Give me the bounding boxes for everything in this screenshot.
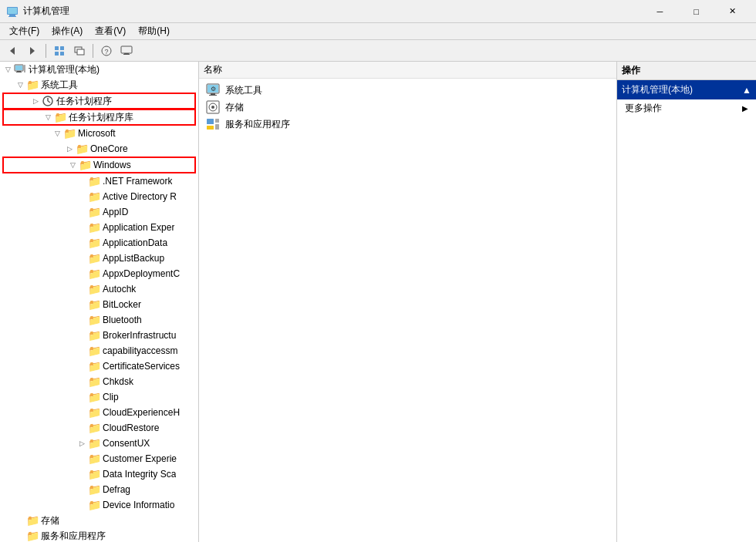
tree-node-windows-child-3[interactable]: 📁Application Exper: [0, 220, 198, 235]
tree-node-windows-child-13[interactable]: 📁Chkdsk: [0, 374, 198, 389]
svg-marker-4: [10, 47, 15, 55]
monitor-button[interactable]: [117, 42, 136, 59]
folder-icon-child-18: 📁: [88, 453, 100, 465]
storage-icon: [205, 99, 221, 115]
more-actions-item[interactable]: 更多操作 ▶: [617, 99, 756, 116]
up-button[interactable]: [50, 42, 69, 59]
tree-label-microsoft: Microsoft: [78, 128, 116, 139]
tree-label-onecore: OneCore: [90, 143, 128, 154]
right-panel: 操作 计算机管理(本地) ▲ 更多操作 ▶: [617, 62, 756, 542]
folder-icon-child-5: 📁: [88, 252, 100, 264]
tree-label-child-3: Application Exper: [103, 222, 174, 233]
tree-node-task-scheduler-lib[interactable]: ▽ 📁 任务计划程序库: [3, 109, 195, 125]
toolbar-sep-1: [46, 44, 46, 58]
folder-icon-child-15: 📁: [88, 406, 100, 419]
toggle-root[interactable]: ▽: [2, 63, 14, 76]
svg-rect-36: [215, 124, 219, 130]
tree-label-child-9: Bluetooth: [103, 315, 142, 325]
tree-node-windows-child-0[interactable]: 📁.NET Framework: [0, 173, 198, 189]
computer-icon: [14, 63, 26, 76]
spacer-child-6: [76, 268, 88, 280]
center-item-0[interactable]: ⚙系统工具: [202, 82, 613, 99]
svg-rect-11: [77, 49, 84, 55]
spacer-child-11: [76, 345, 88, 357]
tree-node-microsoft[interactable]: ▽ 📁 Microsoft: [0, 126, 198, 141]
tree-label-task-scheduler: 任务计划程序: [56, 95, 112, 108]
minimize-button[interactable]: ─: [643, 0, 677, 23]
maximize-button[interactable]: □: [679, 0, 714, 23]
tree-node-windows-child-19[interactable]: 📁Data Integrity Sca: [0, 466, 198, 482]
tree-label-child-1: Active Directory R: [103, 191, 177, 202]
tree-node-windows[interactable]: ▽ 📁 Windows: [3, 157, 195, 173]
svg-rect-15: [124, 53, 129, 54]
more-actions-arrow: ▶: [742, 104, 748, 113]
toggle-task-scheduler-lib[interactable]: ▽: [42, 111, 54, 123]
tree-label-storage: 存储: [41, 514, 59, 527]
tree-node-windows-child-7[interactable]: 📁Autochk: [0, 281, 198, 297]
tree-node-onecore[interactable]: ▷ 📁 OneCore: [0, 141, 198, 157]
tree-node-windows-child-6[interactable]: 📁AppxDeploymentC: [0, 266, 198, 281]
folder-icon-task-lib: 📁: [54, 111, 66, 123]
window-controls: ─ □ ✕: [643, 0, 750, 23]
tree-node-windows-child-16[interactable]: 📁CloudRestore: [0, 420, 198, 436]
tree-node-system-tools[interactable]: ▽ 📁 系统工具: [0, 77, 198, 93]
tree-node-windows-child-15[interactable]: 📁CloudExperienceH: [0, 405, 198, 420]
folder-icon-child-0: 📁: [88, 175, 100, 187]
tree-node-windows-child-10[interactable]: 📁BrokerInfrastructu: [0, 328, 198, 343]
tree-node-windows-child-1[interactable]: 📁Active Directory R: [0, 189, 198, 204]
tree-node-windows-child-9[interactable]: 📁Bluetooth: [0, 312, 198, 328]
center-item-1[interactable]: 存储: [202, 99, 613, 116]
tree-node-windows-child-2[interactable]: 📁AppID: [0, 204, 198, 220]
tree-node-windows-child-20[interactable]: 📁Defrag: [0, 482, 198, 497]
menu-bar: 文件(F) 操作(A) 查看(V) 帮助(H): [0, 23, 756, 40]
back-button[interactable]: [3, 42, 22, 59]
center-panel: 名称 ⚙系统工具存储服务和应用程序: [199, 62, 617, 542]
folder-icon-child-21: 📁: [88, 499, 100, 511]
tree-node-windows-child-4[interactable]: 📁ApplicationData: [0, 235, 198, 251]
toggle-child-17[interactable]: ▷: [76, 437, 88, 449]
toggle-windows[interactable]: ▽: [66, 159, 79, 171]
toggle-system-tools[interactable]: ▽: [14, 79, 26, 91]
tree-label-child-21: Device Informatio: [103, 500, 174, 510]
tree-node-task-scheduler[interactable]: ▷ 任务计划程序: [3, 93, 195, 109]
close-button[interactable]: ✕: [715, 0, 750, 23]
spacer-child-13: [76, 375, 88, 388]
center-item-2[interactable]: 服务和应用程序: [202, 116, 613, 133]
windows-children: 📁.NET Framework📁Active Directory R📁AppID…: [0, 173, 198, 513]
forward-button[interactable]: [23, 42, 42, 59]
menu-view[interactable]: 查看(V): [89, 23, 132, 39]
spacer-child-20: [76, 483, 88, 496]
help-button[interactable]: ?: [97, 42, 116, 59]
tree-node-windows-child-18[interactable]: 📁Customer Experie: [0, 451, 198, 466]
tree-node-root[interactable]: ▽ 计算机管理(本地): [0, 62, 198, 77]
spacer-child-1: [76, 190, 88, 203]
tree-node-windows-child-8[interactable]: 📁BitLocker: [0, 297, 198, 312]
svg-rect-1: [8, 8, 17, 14]
toggle-task-scheduler[interactable]: ▷: [29, 95, 42, 107]
menu-file[interactable]: 文件(F): [3, 23, 46, 39]
svg-rect-7: [60, 46, 64, 50]
folder-icon-child-14: 📁: [88, 391, 100, 403]
toggle-onecore[interactable]: ▷: [63, 143, 76, 155]
tree-node-windows-child-17[interactable]: ▷📁ConsentUX: [0, 436, 198, 451]
tree-node-services[interactable]: 📁 服务和应用程序: [0, 528, 198, 542]
tree-node-windows-child-21[interactable]: 📁Device Informatio: [0, 497, 198, 513]
tree-label-child-5: AppListBackup: [103, 253, 164, 264]
folder-icon-child-8: 📁: [88, 298, 100, 311]
show-hide-button[interactable]: [70, 42, 89, 59]
menu-help[interactable]: 帮助(H): [132, 23, 176, 39]
spacer-child-19: [76, 468, 88, 480]
svg-line-24: [48, 101, 50, 103]
toggle-microsoft[interactable]: ▽: [51, 127, 63, 140]
tree-node-windows-child-11[interactable]: 📁capabilityaccessm: [0, 343, 198, 359]
tree-node-windows-child-12[interactable]: 📁CertificateServices: [0, 359, 198, 374]
svg-rect-34: [207, 126, 214, 130]
tree-node-windows-child-5[interactable]: 📁AppListBackup: [0, 251, 198, 266]
folder-icon-windows: 📁: [79, 159, 91, 171]
tree-label-task-scheduler-lib: 任务计划程序库: [69, 111, 133, 124]
folder-icon-system-tools: 📁: [26, 79, 39, 91]
tree-node-storage[interactable]: 📁 存储: [0, 513, 198, 528]
menu-action[interactable]: 操作(A): [46, 23, 89, 39]
tree-node-windows-child-14[interactable]: 📁Clip: [0, 389, 198, 405]
center-item-label-2: 服务和应用程序: [225, 118, 290, 131]
